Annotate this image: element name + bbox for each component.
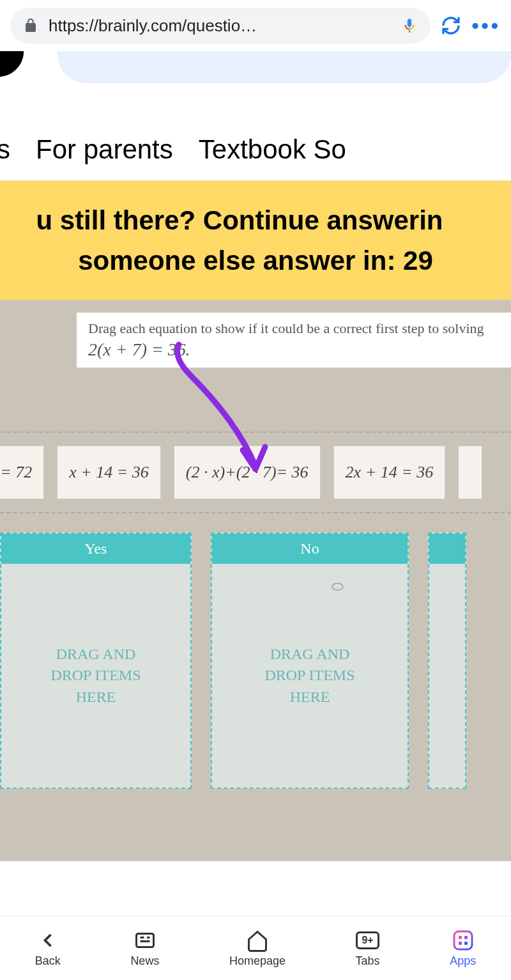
- url-text: https://brainly.com/questio…: [49, 16, 391, 36]
- drop-zone-extra[interactable]: [428, 533, 466, 789]
- drop-zone-yes[interactable]: Yes DRAG AND DROP ITEMS HERE: [0, 533, 192, 789]
- nav-tabs[interactable]: 9+ Tabs: [356, 929, 380, 968]
- apps-icon: [452, 929, 475, 952]
- drop-header-no: No: [212, 534, 408, 564]
- bottom-navigation: Back News Homepage 9+ Tabs Apps: [0, 916, 511, 980]
- prompt-text: Drag each equation to show if it could b…: [88, 320, 500, 337]
- svg-rect-8: [464, 942, 468, 945]
- more-menu-icon[interactable]: •••: [471, 14, 501, 38]
- url-field[interactable]: https://brainly.com/questio…: [10, 8, 431, 43]
- prompt-equation: 2(x + 7) = 36.: [88, 339, 500, 360]
- nav-tab-parents[interactable]: For parents: [36, 134, 173, 165]
- drop-body: DRAG AND DROP ITEMS HERE: [1, 564, 190, 788]
- question-prompt: Drag each equation to show if it could b…: [77, 313, 511, 368]
- lock-icon: [23, 18, 38, 33]
- drop-zones: Yes DRAG AND DROP ITEMS HERE No ⬭ DRAG A…: [0, 533, 511, 789]
- question-content: Drag each equation to show if it could b…: [0, 300, 511, 861]
- refresh-icon[interactable]: [441, 15, 461, 36]
- nav-back[interactable]: Back: [35, 929, 61, 968]
- svg-rect-4: [454, 931, 472, 949]
- countdown-banner: u still there? Continue answerin someone…: [0, 181, 511, 300]
- nav-homepage[interactable]: Homepage: [229, 929, 286, 968]
- nav-apps[interactable]: Apps: [450, 929, 476, 968]
- svg-rect-6: [464, 936, 468, 939]
- svg-rect-5: [459, 936, 462, 939]
- nav-tab-students[interactable]: nts: [0, 134, 10, 165]
- drop-zone-no[interactable]: No ⬭ DRAG AND DROP ITEMS HERE: [211, 533, 409, 789]
- browser-address-bar: https://brainly.com/questio… •••: [0, 0, 511, 51]
- news-icon: [133, 929, 156, 952]
- banner-line-1: u still there? Continue answerin: [0, 200, 498, 240]
- equation-tile[interactable]: [458, 446, 482, 499]
- equation-tile[interactable]: · 7) = 72: [0, 446, 44, 499]
- microphone-icon[interactable]: [401, 17, 418, 34]
- svg-rect-7: [459, 942, 462, 945]
- tabs-icon: 9+: [356, 929, 379, 952]
- cursor-icon: ⬭: [332, 577, 344, 596]
- nav-news[interactable]: News: [130, 929, 159, 968]
- home-icon: [246, 929, 269, 952]
- drop-body: [429, 564, 465, 788]
- drop-header-yes: Yes: [1, 534, 190, 564]
- equation-tile[interactable]: 2x + 14 = 36: [333, 446, 446, 499]
- drop-body: ⬭ DRAG AND DROP ITEMS HERE: [212, 564, 408, 788]
- annotation-arrow-icon: [160, 338, 287, 479]
- search-bar-partial: [0, 51, 511, 109]
- back-icon: [36, 929, 59, 952]
- nav-tab-textbook[interactable]: Textbook So: [199, 134, 346, 165]
- drop-header: [429, 534, 465, 564]
- equation-tile[interactable]: x + 14 = 36: [57, 446, 161, 499]
- site-nav-tabs: nts For parents Textbook So: [0, 109, 511, 181]
- banner-line-2: someone else answer in: 29: [13, 240, 498, 281]
